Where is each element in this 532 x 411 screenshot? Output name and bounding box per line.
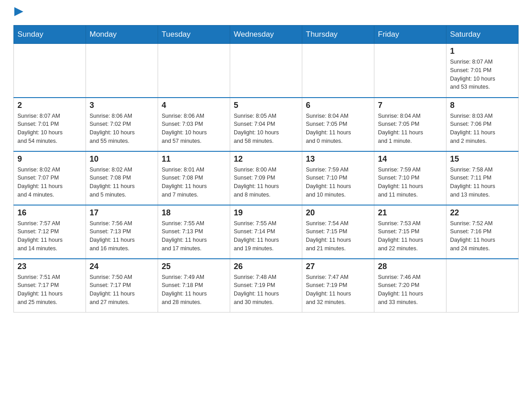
day-number: 17 — [90, 208, 154, 218]
calendar-cell: 1Sunrise: 8:07 AM Sunset: 7:01 PM Daylig… — [446, 44, 519, 98]
calendar-cell — [86, 44, 158, 98]
day-info: Sunrise: 7:48 AM Sunset: 7:19 PM Dayligh… — [234, 273, 298, 307]
day-number: 11 — [162, 154, 226, 164]
day-number: 6 — [306, 101, 370, 110]
calendar-cell: 17Sunrise: 7:56 AM Sunset: 7:13 PM Dayli… — [86, 205, 158, 259]
week-row-5: 23Sunrise: 7:51 AM Sunset: 7:17 PM Dayli… — [14, 259, 519, 313]
day-number: 1 — [450, 47, 515, 56]
day-info: Sunrise: 7:59 AM Sunset: 7:10 PM Dayligh… — [378, 166, 442, 199]
weekday-header-saturday: Saturday — [446, 26, 519, 44]
calendar-cell: 24Sunrise: 7:50 AM Sunset: 7:17 PM Dayli… — [86, 259, 158, 313]
calendar-cell: 9Sunrise: 8:02 AM Sunset: 7:07 PM Daylig… — [14, 151, 86, 205]
week-row-2: 2Sunrise: 8:07 AM Sunset: 7:01 PM Daylig… — [14, 98, 519, 151]
calendar-cell: 28Sunrise: 7:46 AM Sunset: 7:20 PM Dayli… — [374, 259, 446, 313]
svg-marker-0 — [14, 7, 23, 16]
day-number: 15 — [450, 154, 515, 164]
calendar-cell: 15Sunrise: 7:58 AM Sunset: 7:11 PM Dayli… — [446, 151, 519, 205]
day-info: Sunrise: 8:07 AM Sunset: 7:01 PM Dayligh… — [17, 112, 82, 146]
day-number: 12 — [234, 154, 298, 164]
day-number: 10 — [90, 154, 154, 164]
day-info: Sunrise: 8:02 AM Sunset: 7:07 PM Dayligh… — [17, 166, 82, 199]
calendar-cell: 2Sunrise: 8:07 AM Sunset: 7:01 PM Daylig… — [14, 98, 86, 151]
day-info: Sunrise: 8:01 AM Sunset: 7:08 PM Dayligh… — [162, 166, 226, 199]
calendar-cell: 3Sunrise: 8:06 AM Sunset: 7:02 PM Daylig… — [86, 98, 158, 151]
calendar-cell: 8Sunrise: 8:03 AM Sunset: 7:06 PM Daylig… — [446, 98, 519, 151]
day-info: Sunrise: 8:07 AM Sunset: 7:01 PM Dayligh… — [450, 58, 515, 91]
day-number: 5 — [234, 101, 298, 110]
day-number: 2 — [17, 101, 82, 110]
day-number: 23 — [17, 262, 82, 271]
day-info: Sunrise: 8:03 AM Sunset: 7:06 PM Dayligh… — [450, 112, 515, 146]
weekday-header-sunday: Sunday — [14, 26, 86, 44]
calendar-cell: 7Sunrise: 8:04 AM Sunset: 7:05 PM Daylig… — [374, 98, 446, 151]
calendar-cell: 16Sunrise: 7:57 AM Sunset: 7:12 PM Dayli… — [14, 205, 86, 259]
weekday-header-friday: Friday — [374, 26, 446, 44]
calendar-cell: 18Sunrise: 7:55 AM Sunset: 7:13 PM Dayli… — [158, 205, 230, 259]
day-info: Sunrise: 8:00 AM Sunset: 7:09 PM Dayligh… — [234, 166, 298, 199]
calendar-cell: 26Sunrise: 7:48 AM Sunset: 7:19 PM Dayli… — [230, 259, 302, 313]
day-info: Sunrise: 7:59 AM Sunset: 7:10 PM Dayligh… — [306, 166, 370, 199]
weekday-header-monday: Monday — [86, 26, 158, 44]
day-info: Sunrise: 7:52 AM Sunset: 7:16 PM Dayligh… — [450, 219, 515, 253]
day-number: 25 — [162, 262, 226, 271]
day-info: Sunrise: 7:55 AM Sunset: 7:14 PM Dayligh… — [234, 219, 298, 253]
day-number: 8 — [450, 101, 515, 110]
day-number: 22 — [450, 208, 515, 218]
calendar-cell: 10Sunrise: 8:02 AM Sunset: 7:08 PM Dayli… — [86, 151, 158, 205]
day-number: 9 — [17, 154, 82, 164]
day-info: Sunrise: 7:53 AM Sunset: 7:15 PM Dayligh… — [378, 219, 442, 253]
day-info: Sunrise: 8:02 AM Sunset: 7:08 PM Dayligh… — [90, 166, 154, 199]
calendar-cell: 14Sunrise: 7:59 AM Sunset: 7:10 PM Dayli… — [374, 151, 446, 205]
day-info: Sunrise: 7:57 AM Sunset: 7:12 PM Dayligh… — [17, 219, 82, 253]
day-info: Sunrise: 7:55 AM Sunset: 7:13 PM Dayligh… — [162, 219, 226, 253]
day-number: 26 — [234, 262, 298, 271]
week-row-4: 16Sunrise: 7:57 AM Sunset: 7:12 PM Dayli… — [14, 205, 519, 259]
day-info: Sunrise: 7:50 AM Sunset: 7:17 PM Dayligh… — [90, 273, 154, 307]
day-number: 13 — [306, 154, 370, 164]
week-row-3: 9Sunrise: 8:02 AM Sunset: 7:07 PM Daylig… — [14, 151, 519, 205]
week-row-1: 1Sunrise: 8:07 AM Sunset: 7:01 PM Daylig… — [14, 44, 519, 98]
weekday-header-row: SundayMondayTuesdayWednesdayThursdayFrid… — [14, 26, 519, 44]
day-info: Sunrise: 7:51 AM Sunset: 7:17 PM Dayligh… — [17, 273, 82, 307]
day-number: 18 — [162, 208, 226, 218]
calendar-cell: 21Sunrise: 7:53 AM Sunset: 7:15 PM Dayli… — [374, 205, 446, 259]
calendar-cell: 6Sunrise: 8:04 AM Sunset: 7:05 PM Daylig… — [302, 98, 374, 151]
calendar-cell: 27Sunrise: 7:47 AM Sunset: 7:19 PM Dayli… — [302, 259, 374, 313]
calendar-cell — [14, 44, 86, 98]
calendar-cell: 23Sunrise: 7:51 AM Sunset: 7:17 PM Dayli… — [14, 259, 86, 313]
day-info: Sunrise: 7:58 AM Sunset: 7:11 PM Dayligh… — [450, 166, 515, 199]
calendar-cell: 12Sunrise: 8:00 AM Sunset: 7:09 PM Dayli… — [230, 151, 302, 205]
day-number: 21 — [378, 208, 442, 218]
day-info: Sunrise: 7:47 AM Sunset: 7:19 PM Dayligh… — [306, 273, 370, 307]
calendar-cell — [302, 44, 374, 98]
weekday-header-thursday: Thursday — [302, 26, 374, 44]
calendar-cell — [374, 44, 446, 98]
day-info: Sunrise: 8:05 AM Sunset: 7:04 PM Dayligh… — [234, 112, 298, 146]
calendar-cell: 4Sunrise: 8:06 AM Sunset: 7:03 PM Daylig… — [158, 98, 230, 151]
day-info: Sunrise: 8:06 AM Sunset: 7:03 PM Dayligh… — [162, 112, 226, 146]
day-number: 14 — [378, 154, 442, 164]
day-number: 16 — [17, 208, 82, 218]
calendar-cell: 13Sunrise: 7:59 AM Sunset: 7:10 PM Dayli… — [302, 151, 374, 205]
day-info: Sunrise: 7:56 AM Sunset: 7:13 PM Dayligh… — [90, 219, 154, 253]
day-info: Sunrise: 8:06 AM Sunset: 7:02 PM Dayligh… — [90, 112, 154, 146]
logo — [13, 9, 23, 16]
header — [13, 9, 519, 16]
calendar-cell: 19Sunrise: 7:55 AM Sunset: 7:14 PM Dayli… — [230, 205, 302, 259]
calendar-cell: 22Sunrise: 7:52 AM Sunset: 7:16 PM Dayli… — [446, 205, 519, 259]
day-info: Sunrise: 8:04 AM Sunset: 7:05 PM Dayligh… — [378, 112, 442, 146]
day-number: 3 — [90, 101, 154, 110]
calendar-cell: 20Sunrise: 7:54 AM Sunset: 7:15 PM Dayli… — [302, 205, 374, 259]
day-number: 27 — [306, 262, 370, 271]
day-info: Sunrise: 8:04 AM Sunset: 7:05 PM Dayligh… — [306, 112, 370, 146]
calendar-cell: 25Sunrise: 7:49 AM Sunset: 7:18 PM Dayli… — [158, 259, 230, 313]
day-number: 24 — [90, 262, 154, 271]
day-info: Sunrise: 7:54 AM Sunset: 7:15 PM Dayligh… — [306, 219, 370, 253]
day-number: 19 — [234, 208, 298, 218]
day-number: 7 — [378, 101, 442, 110]
calendar-cell: 11Sunrise: 8:01 AM Sunset: 7:08 PM Dayli… — [158, 151, 230, 205]
weekday-header-tuesday: Tuesday — [158, 26, 230, 44]
day-info: Sunrise: 7:49 AM Sunset: 7:18 PM Dayligh… — [162, 273, 226, 307]
calendar-cell — [446, 259, 519, 313]
calendar-cell — [158, 44, 230, 98]
